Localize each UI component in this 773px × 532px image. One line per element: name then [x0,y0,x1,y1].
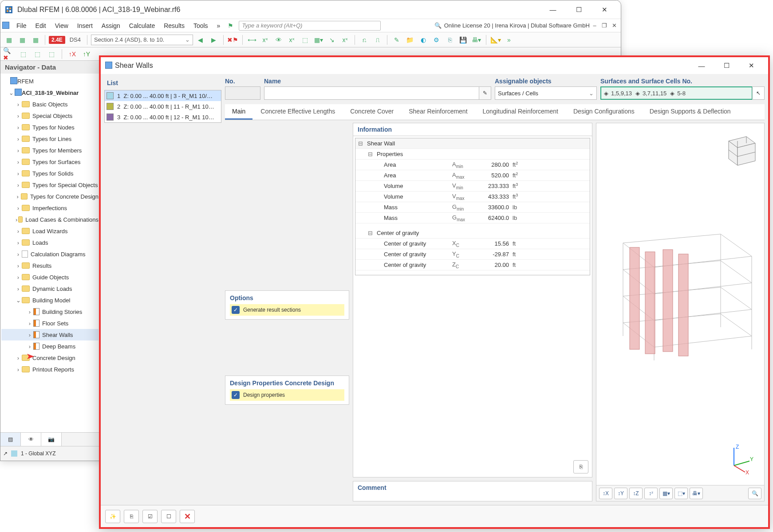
check-all-button[interactable]: ☑ [142,510,158,523]
tab-shear-reinf[interactable]: Shear Reinforcement [402,104,474,120]
close-button[interactable]: ✕ [592,0,617,19]
tb-icon-3[interactable]: ▦ [30,34,41,46]
expand-icon[interactable]: › [15,366,22,373]
vp-y-button[interactable]: ↕Y [614,488,627,499]
expand-icon[interactable]: › [15,205,22,211]
expand-icon[interactable]: › [15,170,22,177]
tab-effective-lengths[interactable]: Concrete Effective Lengths [253,104,342,120]
list-row[interactable]: 1 Z: 0.00 ... 40.00 ft | 3 - R_M1 10/… [105,90,221,101]
expand-icon[interactable]: › [15,262,22,269]
tree-item-shear-walls[interactable]: ›Shear Walls [1,329,99,340]
app-menu-icon[interactable] [2,22,10,30]
cube-icon[interactable]: ⬚ [300,34,311,46]
tab-supports-deflection[interactable]: Design Supports & Deflection [643,104,738,120]
collapse-icon[interactable]: ⊟ [365,230,375,236]
dim-icon-1[interactable]: ⟷ [246,34,258,46]
expand-icon[interactable]: › [26,332,33,338]
cloud-icon[interactable]: ◐ [418,34,429,46]
dialog-close-button[interactable]: ✕ [739,57,764,74]
gear-cloud-icon[interactable]: ⚙ [431,34,442,46]
expand-icon[interactable]: › [15,113,22,119]
tree-item[interactable]: ›Concrete Design [1,352,99,364]
flag-red-icon[interactable]: ✖⚑ [227,34,239,46]
tree-item[interactable]: ›Load Cases & Combinations [1,214,99,225]
nav-tab-display[interactable]: 👁 [21,433,41,446]
collapse-icon[interactable]: ⌄ [15,297,22,304]
toolbar-more-icon[interactable]: » [503,34,515,46]
tree-building-model[interactable]: Building Model [32,297,70,304]
dim-icon-4[interactable]: xˣ [339,34,351,46]
next-icon[interactable]: ▶ [208,34,220,46]
minimize-button[interactable]: — [540,0,566,19]
vp-x-button[interactable]: ↕X [599,488,612,499]
vp-iso-button[interactable]: ▦▾ [659,488,673,499]
sub-restore-button[interactable]: ❐ [599,22,609,29]
design-properties-check[interactable]: ✓ Design properties [230,389,344,401]
tree-item[interactable]: ›Printout Reports [1,364,99,375]
assignable-combo[interactable]: Surfaces / Cells ⌄ [495,86,597,100]
tree-item[interactable]: ›Types for Solids [1,168,99,179]
tool-icon-1[interactable]: ✎ [391,34,402,46]
expand-icon[interactable]: › [15,193,21,200]
tree-item[interactable]: ›Basic Objects [1,98,99,110]
expand-icon[interactable]: › [26,343,33,350]
vp-cube-button[interactable]: ⬚▾ [674,488,688,499]
dialog-minimize-button[interactable]: — [689,57,714,74]
name-field[interactable] [264,86,479,100]
name-edit-button[interactable]: ✎ [479,86,491,100]
tree-item[interactable]: ›Types for Members [1,145,99,156]
surfaces-field[interactable]: ◈1,5,9,13 ◈3,7,11,15 ◈5-8 [600,86,753,100]
tree-item[interactable]: ›Types for Special Objects [1,179,99,191]
vp-zoom-button[interactable]: 🔍 [748,488,761,499]
menu-file[interactable]: File [12,20,31,31]
tree-item[interactable]: ›Types for Concrete Design [1,191,99,202]
menu-calculate[interactable]: Calculate [125,20,159,31]
tree-item[interactable]: ›Dynamic Loads [1,283,99,294]
load-badge[interactable]: 2.4E [49,36,65,44]
expand-icon[interactable]: › [15,286,22,292]
tree-item[interactable]: ›Load Wizards [1,225,99,237]
collapse-icon[interactable]: ⌄ [8,90,15,96]
vp-xz-button[interactable]: ↕ᶻ [644,488,658,499]
section-combo[interactable]: Section 2.4 (ASD), 8. to 10. ⌄ [91,35,193,45]
menu-assign[interactable]: Assign [97,20,125,31]
copy-icon[interactable]: ⎘ [444,34,456,46]
tree-item-building-stories[interactable]: ›Building Stories [1,306,99,317]
list-row[interactable]: 3 Z: 0.00 ... 40.00 ft | 12 - R_M1 10… [105,112,221,122]
tree-item-deep-beams[interactable]: ›Deep Beams [1,340,99,352]
nav-tab-views[interactable]: 📷 [41,433,62,446]
tab-design-config[interactable]: Design Configurations [566,104,642,120]
nav-cube-icon[interactable] [720,128,760,168]
uncheck-all-button[interactable]: ☐ [161,510,176,523]
expand-icon[interactable]: › [15,147,22,154]
vp-z-button[interactable]: ↕Z [629,488,643,499]
collapse-icon[interactable]: ⊟ [355,140,365,147]
menu-view[interactable]: View [51,20,73,31]
viewport-3d[interactable]: Z Y X ↕X ↕Y ↕Z ↕ᶻ ▦▾ ⬚▾ 🖶▾ 🔍 [596,123,765,501]
menu-insert[interactable]: Insert [73,20,97,31]
expand-icon[interactable]: › [15,274,22,281]
navigator-tree[interactable]: RFEM ⌄ACI_318-19_Webinar ›Basic Objects›… [0,74,99,432]
generate-result-sections-check[interactable]: ✓ Generate result sections [230,304,344,316]
tree-item[interactable]: ›Guide Objects [1,271,99,283]
units-icon[interactable]: 📐▾ [490,34,501,46]
tab-main[interactable]: Main [225,104,252,120]
vp-print-button[interactable]: 🖶▾ [690,488,703,499]
coord-label[interactable]: 1 - Global XYZ [21,450,56,457]
tree-project[interactable]: ACI_318-19_Webinar [22,90,79,96]
expand-icon[interactable]: › [26,320,33,327]
dialog-maximize-button[interactable]: ☐ [714,57,739,74]
tree-item[interactable]: ›Special Objects [1,110,99,121]
dim-icon-3[interactable]: xˣ [286,34,298,46]
shear-wall-list[interactable]: 1 Z: 0.00 ... 40.00 ft | 3 - R_M1 10/…2 … [104,90,221,123]
maximize-button[interactable]: ☐ [566,0,592,19]
delete-button[interactable]: ✕ [180,510,195,523]
keyword-search[interactable]: Type a keyword (Alt+Q) [239,21,381,31]
info-copy-button[interactable]: ⎘ [573,460,588,473]
expand-icon[interactable]: › [15,251,22,258]
tree-root[interactable]: RFEM [17,78,34,85]
tree-item[interactable]: ›Types for Surfaces [1,156,99,168]
expand-icon[interactable]: › [15,159,22,165]
prev-icon[interactable]: ◀ [195,34,206,46]
list-row[interactable]: 2 Z: 0.00 ... 40.00 ft | 11 - R_M1 10… [105,101,221,112]
